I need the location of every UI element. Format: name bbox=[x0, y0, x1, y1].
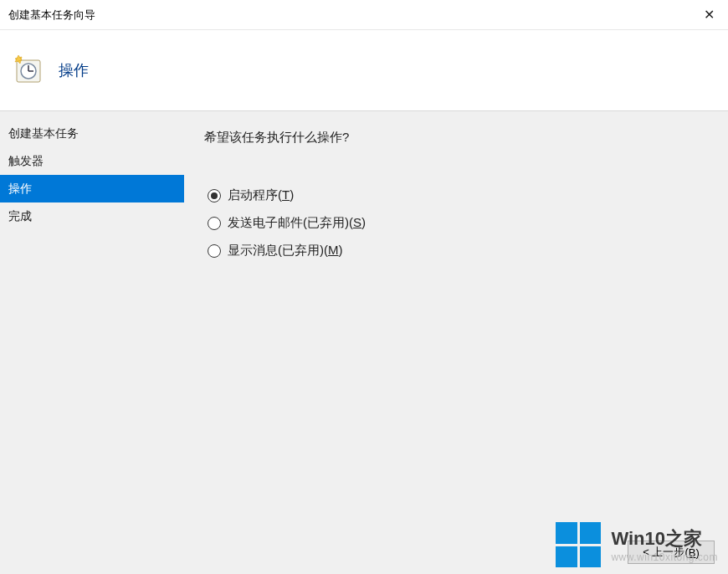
clock-icon bbox=[13, 55, 44, 85]
wizard-button-bar: < 上一步(B) bbox=[628, 541, 715, 564]
action-prompt: 希望该任务执行什么操作? bbox=[204, 130, 708, 146]
titlebar: 创建基本任务向导 ✕ bbox=[0, 0, 728, 30]
radio-send-email[interactable]: 发送电子邮件(已弃用)(S) bbox=[208, 215, 708, 231]
action-radio-group: 启动程序(T) 发送电子邮件(已弃用)(S) 显示消息(已弃用)(M) bbox=[204, 187, 708, 259]
wizard-body: 创建基本任务 触发器 操作 完成 希望该任务执行什么操作? 启动程序(T) 发送… bbox=[0, 110, 728, 574]
radio-label: 显示消息(已弃用)(M) bbox=[228, 243, 343, 259]
wizard-header: 操作 bbox=[0, 30, 728, 110]
sidebar-item-create-task[interactable]: 创建基本任务 bbox=[0, 120, 184, 147]
radio-label: 启动程序(T) bbox=[228, 187, 294, 203]
window-title: 创建基本任务向导 bbox=[8, 8, 95, 23]
sidebar-item-finish[interactable]: 完成 bbox=[0, 202, 184, 230]
radio-icon bbox=[208, 189, 221, 202]
radio-icon bbox=[208, 217, 221, 230]
radio-start-program[interactable]: 启动程序(T) bbox=[208, 187, 708, 203]
close-button[interactable]: ✕ bbox=[690, 0, 728, 30]
sidebar-item-trigger[interactable]: 触发器 bbox=[0, 147, 184, 175]
radio-icon bbox=[208, 244, 221, 258]
sidebar-item-action[interactable]: 操作 bbox=[0, 175, 184, 202]
wizard-main-panel: 希望该任务执行什么操作? 启动程序(T) 发送电子邮件(已弃用)(S) 显示消息… bbox=[184, 111, 728, 574]
back-button[interactable]: < 上一步(B) bbox=[628, 541, 715, 564]
radio-label: 发送电子邮件(已弃用)(S) bbox=[228, 215, 366, 231]
wizard-sidebar: 创建基本任务 触发器 操作 完成 bbox=[0, 111, 184, 574]
wizard-step-title: 操作 bbox=[59, 60, 89, 80]
radio-show-message[interactable]: 显示消息(已弃用)(M) bbox=[208, 243, 708, 259]
